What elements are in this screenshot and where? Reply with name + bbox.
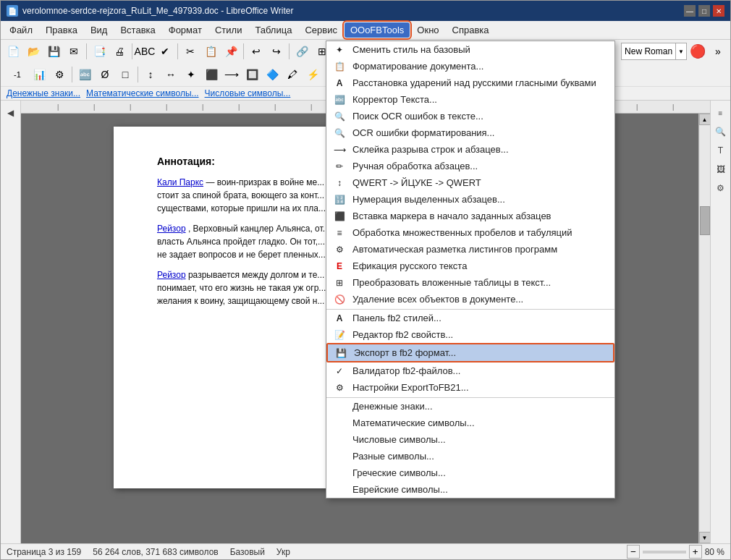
dd-item-20[interactable]: ✓ Валидатор fb2-файлов... [326, 362, 614, 379]
dd-item-7[interactable]: ⟶ Склейка разрыва строк и абзацев... [326, 141, 614, 158]
dd-item-24[interactable]: Числовые символы... [326, 431, 614, 448]
print-button[interactable]: 🖨 [110, 42, 129, 61]
app-icon: 📄 [7, 5, 18, 17]
copy-button[interactable]: 📋 [201, 42, 220, 61]
sidebar-icon-1[interactable]: ◀ [3, 105, 19, 121]
autocorrect-button[interactable]: ✔ [156, 42, 174, 61]
dd-item-2[interactable]: 📋 Форматирование документа... [326, 58, 614, 75]
dd-item-19[interactable]: 💾 Экспорт в fb2 формат... [326, 343, 614, 362]
dd-item-1[interactable]: ✦ Сменить стиль на базовый [326, 41, 614, 58]
spell-button[interactable]: ABC [135, 42, 154, 61]
cut-button[interactable]: ✂ [181, 42, 200, 61]
redo-button[interactable]: ↪ [267, 42, 286, 61]
menu-service[interactable]: Сервис [299, 22, 343, 38]
dd-item-22[interactable]: Денежные знаки... [326, 397, 614, 415]
undo-button[interactable]: ↩ [247, 42, 266, 61]
right-icon-5[interactable]: ⚙ [713, 180, 729, 196]
dd-item-18[interactable]: 📝 Редактор fb2 свойств... [326, 326, 614, 343]
tb2-btn4[interactable]: 🔤 [75, 65, 94, 84]
menu-format[interactable]: Формат [163, 22, 208, 38]
dd-item-16[interactable]: 🚫 Удаление всех объектов в документе... [326, 291, 614, 307]
paste-button[interactable]: 📌 [221, 42, 240, 61]
tb2-btn7[interactable]: ↕ [141, 65, 160, 84]
scroll-thumb[interactable] [700, 206, 710, 235]
dd-icon-22 [332, 399, 347, 414]
scrollbar-right[interactable]: ▲ ▼ [698, 114, 710, 543]
dd-item-11[interactable]: ⬛ Вставка маркера в начало заданных абза… [326, 208, 614, 224]
dd-item-8[interactable]: ✏ Ручная обработка абзацев... [326, 158, 614, 174]
dd-icon-2: 📋 [332, 59, 347, 74]
tb2-btn12[interactable]: 🔲 [242, 65, 261, 84]
dd-icon-3: А [332, 76, 347, 90]
symbol-link-math[interactable]: Математические символы... [86, 88, 199, 98]
right-icon-4[interactable]: 🖼 [713, 161, 729, 177]
close-button[interactable]: ✕ [713, 5, 724, 17]
title-bar-left: 📄 verolomnoe-serdce-rejzora_RuLit_Me_497… [7, 5, 293, 17]
minimize-button[interactable]: — [684, 5, 696, 17]
menu-file[interactable]: Файл [4, 22, 38, 38]
pdf-button[interactable]: 📑 [90, 42, 109, 61]
dd-item-27[interactable]: Еврейские символы... [326, 481, 614, 498]
status-right: − + 80 % [627, 545, 724, 559]
tb2-btn1[interactable]: -1 [7, 65, 28, 84]
font-dropdown-arrow[interactable]: ▼ [675, 43, 686, 59]
email-button[interactable]: ✉ [64, 42, 83, 61]
dd-item-4[interactable]: 🔤 Корректор Текста... [326, 91, 614, 108]
tb2-btn15[interactable]: ⚡ [303, 65, 322, 84]
dd-item-17[interactable]: А Панель fb2 стилей... [326, 309, 614, 326]
zoom-increase-button[interactable]: + [689, 545, 702, 559]
new-button[interactable]: 📄 [4, 42, 22, 61]
scroll-down-button[interactable]: ▼ [699, 532, 711, 543]
tb2-btn10[interactable]: ⬛ [202, 65, 221, 84]
hyperlink-button[interactable]: 🔗 [292, 42, 311, 61]
dd-item-6[interactable]: 🔍 OCR ошибки форматирования... [326, 124, 614, 141]
menu-view[interactable]: Вид [85, 22, 114, 38]
save-button[interactable]: 💾 [44, 42, 63, 61]
tb2-btn6[interactable]: □ [116, 65, 135, 84]
tb2-btn13[interactable]: 🔷 [263, 65, 282, 84]
color-button[interactable]: 🔴 [688, 42, 707, 61]
symbol-link-num[interactable]: Числовые символы... [205, 88, 291, 98]
dd-item-15[interactable]: ⊞ Преобразовать вложенные таблицы в текс… [326, 274, 614, 291]
scroll-track[interactable] [700, 125, 710, 532]
menu-oofbtools[interactable]: OOoFBTools [345, 22, 410, 38]
dd-item-5[interactable]: 🔍 Поиск OCR ошибок в тексте... [326, 108, 614, 124]
tb2-btn5[interactable]: Ø [96, 65, 114, 84]
right-icon-1[interactable]: ≡ [713, 105, 729, 121]
right-icon-2[interactable]: 🔍 [713, 124, 729, 140]
scroll-up-button[interactable]: ▲ [699, 114, 711, 125]
tb2-btn3[interactable]: ⚙ [50, 65, 69, 84]
dd-item-3[interactable]: А Расстановка ударений над русскими глас… [326, 75, 614, 91]
menu-styles[interactable]: Стили [209, 22, 248, 38]
open-button[interactable]: 📂 [24, 42, 43, 61]
sidebar-right: ≡ 🔍 T 🖼 ⚙ [710, 101, 730, 543]
menu-help[interactable]: Справка [447, 22, 495, 38]
more-button[interactable]: » [709, 42, 727, 61]
tb2-btn11[interactable]: ⟶ [222, 65, 241, 84]
menu-insert[interactable]: Вставка [114, 22, 161, 38]
menu-table[interactable]: Таблица [249, 22, 297, 38]
menu-window[interactable]: Окно [411, 22, 444, 38]
maximize-button[interactable]: □ [698, 5, 710, 17]
font-selector[interactable]: New Roman ▼ [621, 43, 687, 60]
dd-item-21[interactable]: ⚙ Настройки ExportToFB21... [326, 379, 614, 396]
dd-item-10[interactable]: 🔢 Нумерация выделенных абзацев... [326, 191, 614, 208]
right-icon-3[interactable]: T [713, 143, 729, 158]
dd-item-14[interactable]: Е Ефикация русского текста [326, 258, 614, 274]
zoom-decrease-button[interactable]: − [627, 545, 640, 559]
dd-icon-23 [332, 416, 347, 430]
dd-item-9[interactable]: ↕ QWERT -> ЙЦУКЕ -> QWERT [326, 174, 614, 191]
dd-item-26[interactable]: Греческие символы... [326, 464, 614, 481]
dd-item-12[interactable]: ≡ Обработка множественных пробелов и таб… [326, 224, 614, 241]
tb2-btn9[interactable]: ✦ [182, 65, 200, 84]
tb2-btn8[interactable]: ↔ [161, 65, 180, 84]
tb2-btn2[interactable]: 📊 [30, 65, 48, 84]
symbol-link-money[interactable]: Денежные знаки... [7, 88, 80, 98]
dd-item-13[interactable]: ⚙ Автоматическая разметка листингов прог… [326, 241, 614, 258]
menu-edit[interactable]: Правка [40, 22, 83, 38]
dd-icon-14: Е [332, 259, 347, 273]
tb2-btn14[interactable]: 🖍 [283, 65, 302, 84]
para3-name: Рейзор [157, 270, 186, 280]
dd-item-23[interactable]: Математические символы... [326, 415, 614, 431]
dd-item-25[interactable]: Разные символы... [326, 448, 614, 464]
